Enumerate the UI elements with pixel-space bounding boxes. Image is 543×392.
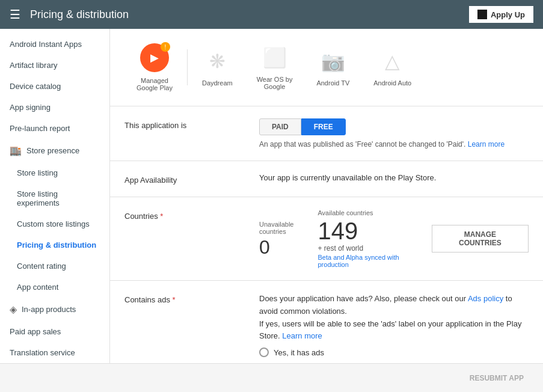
countries-required: * <box>160 212 163 221</box>
gplay-badge: ! <box>161 42 170 52</box>
daydream-label: Daydream <box>202 79 233 87</box>
daydream-icon: ❋ <box>204 48 230 75</box>
platform-android-auto[interactable]: △ Android Auto <box>361 43 423 91</box>
sidebar-item-store-presence[interactable]: 🏬 Store presence <box>0 139 109 162</box>
sidebar-item-device-catalog[interactable]: Device catalog <box>0 76 109 97</box>
manage-countries-button[interactable]: MANAGE COUNTRIES <box>432 225 529 253</box>
platform-row: ! ManagedGoogle Play ❋ Daydream ⬜ Wear O… <box>110 29 543 106</box>
sidebar-item-paid-app-sales[interactable]: Paid app sales <box>0 321 109 342</box>
countries-label: Countries * <box>124 209 245 221</box>
contains-ads-row: Contains ads * Does your application hav… <box>124 293 529 357</box>
yes-ads-option[interactable]: Yes, it has ads <box>259 348 529 357</box>
ads-learn-more[interactable]: Learn more <box>282 331 322 340</box>
app-availability-row: App Availability Your app is currently u… <box>124 173 529 185</box>
content-area: ! ManagedGoogle Play ❋ Daydream ⬜ Wear O… <box>110 29 543 363</box>
unavailable-label: Unavailablecountries <box>259 221 293 235</box>
sidebar-item-app-content[interactable]: App content <box>0 277 109 298</box>
main-layout: Android Instant Apps Artifact library De… <box>0 29 543 363</box>
wear-os-label: Wear OS byGoogle <box>257 76 293 90</box>
store-icon: 🏬 <box>10 145 22 156</box>
available-count: 149 <box>318 219 431 243</box>
contains-ads-content: Does your application have ads? Also, pl… <box>259 293 529 357</box>
rest-of-world: + rest of world <box>318 244 431 253</box>
yes-ads-label: Yes, it has ads <box>274 348 324 357</box>
platform-daydream[interactable]: ❋ Daydream <box>190 43 245 91</box>
contains-ads-section: Contains ads * Does your application hav… <box>110 281 543 363</box>
sidebar-item-in-app-products[interactable]: ◈ In-app products <box>0 298 109 321</box>
app-availability-section: App Availability Your app is currently u… <box>110 161 543 197</box>
ads-policy-link[interactable]: Ads policy <box>468 294 503 303</box>
contains-ads-label: Contains ads * <box>124 293 245 304</box>
hamburger-icon[interactable]: ☰ <box>10 7 20 22</box>
paid-free-learn-more[interactable]: Learn more <box>468 140 505 149</box>
synced-text: Beta and Alpha synced with production <box>318 254 431 268</box>
this-application-section: This application is PAID FREE An app tha… <box>110 106 543 161</box>
paid-button[interactable]: PAID <box>259 118 301 135</box>
sidebar-item-artifact-library[interactable]: Artifact library <box>0 55 109 76</box>
page-title: Pricing & distribution <box>30 8 129 21</box>
platform-android-tv[interactable]: 📷 Android TV <box>304 43 361 91</box>
android-auto-icon: △ <box>379 48 406 75</box>
contains-ads-required: * <box>173 295 176 304</box>
in-app-products-icon: ◈ <box>10 304 17 315</box>
resubmit-app-button[interactable]: RESUBMIT APP <box>460 369 533 387</box>
topbar-left: ☰ Pricing & distribution <box>10 7 129 22</box>
sidebar-item-pricing-distribution[interactable]: Pricing & distribution <box>0 234 109 256</box>
topbar: ☰ Pricing & distribution Apply Up <box>0 0 543 29</box>
app-availability-label: App Availability <box>124 173 245 185</box>
apply-up-icon <box>477 10 487 19</box>
unavailable-count: 0 <box>259 237 293 257</box>
wear-os-icon: ⬜ <box>262 44 288 71</box>
availability-status: Your app is currently unavailable on the… <box>259 171 436 182</box>
sidebar-item-store-listing-experiments[interactable]: Store listing experiments <box>0 183 109 213</box>
countries-section: Countries * Unavailablecountries 0 Avail… <box>110 197 543 281</box>
sidebar-item-pre-launch-report[interactable]: Pre-launch report <box>0 118 109 139</box>
android-tv-icon: 📷 <box>320 48 346 75</box>
sidebar: Android Instant Apps Artifact library De… <box>0 29 110 363</box>
yes-ads-radio[interactable] <box>259 348 269 357</box>
android-tv-label: Android TV <box>316 79 349 87</box>
unavailable-countries-block: Unavailablecountries 0 <box>259 221 293 257</box>
sidebar-item-content-rating[interactable]: Content rating <box>0 256 109 277</box>
platform-divider <box>187 49 188 85</box>
available-countries-block: Available countries 149 + rest of world … <box>318 209 431 268</box>
paid-free-toggle: PAID FREE <box>259 118 529 135</box>
platform-wear-os[interactable]: ⬜ Wear OS byGoogle <box>245 40 305 95</box>
paid-free-info: An app that was published as 'Free' cann… <box>259 140 529 149</box>
sidebar-item-app-signing[interactable]: App signing <box>0 97 109 118</box>
sidebar-item-custom-store-listings[interactable]: Custom store listings <box>0 213 109 234</box>
sidebar-item-store-listing[interactable]: Store listing <box>0 162 109 183</box>
apply-up-button[interactable]: Apply Up <box>469 6 533 23</box>
app-availability-content: Your app is currently unavailable on the… <box>259 173 529 182</box>
this-application-label: This application is <box>124 118 245 130</box>
this-application-row: This application is PAID FREE An app tha… <box>124 118 529 149</box>
countries-row: Countries * Unavailablecountries 0 Avail… <box>124 209 529 268</box>
free-button[interactable]: FREE <box>301 118 346 135</box>
ads-info-text2: If yes, users will be able to see the 'a… <box>259 318 529 343</box>
platform-managed-google-play[interactable]: ! ManagedGoogle Play <box>124 38 185 96</box>
countries-content: Unavailablecountries 0 Available countri… <box>259 209 529 268</box>
available-label: Available countries <box>318 209 431 216</box>
sidebar-item-android-instant-apps[interactable]: Android Instant Apps <box>0 34 109 55</box>
this-application-content: PAID FREE An app that was published as '… <box>259 118 529 149</box>
bottom-bar: RESUBMIT APP <box>0 363 543 392</box>
ads-info-text: Does your application have ads? Also, pl… <box>259 293 529 318</box>
android-auto-label: Android Auto <box>373 79 411 87</box>
managed-google-play-icon: ! <box>140 43 169 72</box>
sidebar-item-translation-service[interactable]: Translation service <box>0 342 109 363</box>
managed-google-play-label: ManagedGoogle Play <box>137 77 173 91</box>
countries-data-row: Unavailablecountries 0 Available countri… <box>259 209 529 268</box>
